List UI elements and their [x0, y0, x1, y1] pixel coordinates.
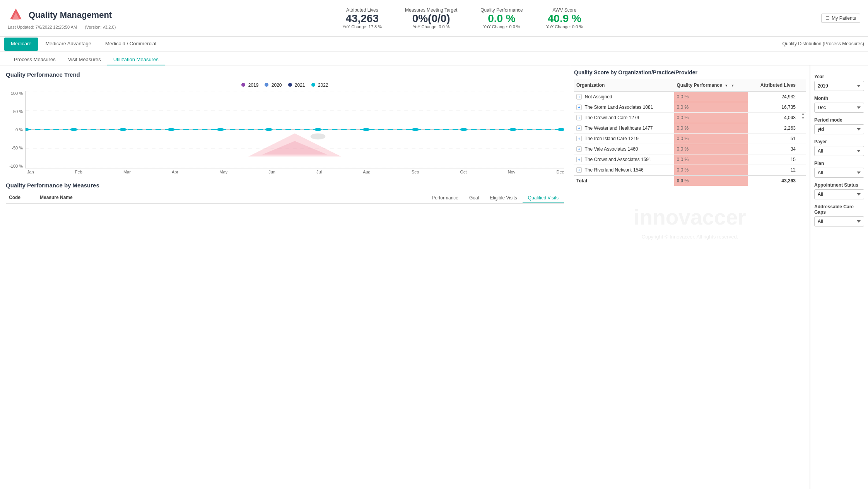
- expand-button[interactable]: +: [576, 136, 582, 141]
- inner-tab-performance[interactable]: Performance: [426, 193, 464, 203]
- svg-point-21: [311, 133, 325, 139]
- sidebar: Year 2019 Month Dec Period mode ytd Paye…: [810, 65, 868, 489]
- svg-point-18: [557, 128, 564, 131]
- chart-body: Jan Feb Mar Apr May Jun Jul Aug Sep Oct …: [25, 91, 564, 174]
- table-row: + The Riverland Network 1546 0.0 % 12: [574, 165, 806, 176]
- score-table-header: Organization Quality Performance ▼ Attri…: [574, 79, 806, 91]
- expand-button[interactable]: +: [576, 167, 582, 173]
- logo-area: Quality Management Last Updated: 7/6/202…: [8, 7, 116, 29]
- expand-button[interactable]: +: [576, 157, 582, 162]
- sub-tab-utilization-measures[interactable]: Utilization Measures: [107, 54, 165, 65]
- performance-cell: 0.0 %: [674, 102, 748, 113]
- addressable-care-gaps-select[interactable]: All: [814, 216, 864, 226]
- quality-dist-link[interactable]: Quality Distribution (Process Measures): [783, 41, 864, 46]
- trend-section: Quality Performance Trend 2019 2020 2021: [6, 71, 564, 174]
- org-cell: + The Westerland Healthcare 1477: [574, 123, 674, 134]
- stat-attributed-lives: Attributed Lives 43,263 YoY Change: 17.8…: [343, 7, 382, 29]
- expand-button[interactable]: +: [576, 94, 582, 100]
- col-code: Code: [6, 193, 37, 203]
- expand-button[interactable]: +: [576, 105, 582, 110]
- col-attributed-lives[interactable]: Attributed Lives: [748, 79, 798, 91]
- table-container: Organization Quality Performance ▼ Attri…: [574, 79, 806, 186]
- left-panel: Quality Performance Trend 2019 2020 2021: [0, 65, 570, 489]
- inner-tab-eligible[interactable]: Eligible Visits: [484, 193, 522, 203]
- copyright-text: Copyright © Innovaccer. All rights reser…: [642, 234, 738, 240]
- trend-chart-svg: [25, 91, 564, 168]
- version: (Version: v3.2.0): [85, 25, 116, 29]
- period-mode-select[interactable]: ytd: [814, 124, 864, 134]
- table-row: + Not Assigned 0.0 % 24,932: [574, 91, 806, 102]
- total-label: Total: [574, 175, 674, 186]
- app-header: Quality Management Last Updated: 7/6/202…: [0, 0, 868, 37]
- tab-medicare-advantage[interactable]: Medicare Advantage: [38, 38, 98, 51]
- my-patients-button[interactable]: ☐ My Patients: [821, 14, 860, 23]
- org-cell: + The Crownland Care 1279: [574, 113, 674, 123]
- org-cell: + Not Assigned: [574, 91, 674, 102]
- plan-label: Plan: [814, 161, 864, 166]
- performance-cell: 0.0 %: [674, 91, 748, 102]
- stat-measures-meeting-target: Measures Meeting Target 0%(0/0) YoY Chan…: [405, 7, 457, 29]
- measures-cols: Code Measure Name Performance Goal Eligi…: [6, 193, 564, 204]
- lives-cell: 51: [748, 134, 798, 144]
- tab-medicaid-commercial[interactable]: Medicaid / Commercial: [98, 38, 163, 51]
- trend-title: Quality Performance Trend: [6, 71, 564, 78]
- watermark-area: innovaccer Copyright © Innovaccer. All r…: [574, 186, 806, 264]
- svg-point-10: [167, 128, 175, 131]
- year-label: Year: [814, 74, 864, 79]
- appointment-status-select[interactable]: All: [814, 189, 864, 199]
- measures-title: Quality Performance by Measures: [6, 182, 564, 189]
- org-cell: + The Vale Associates 1460: [574, 144, 674, 154]
- y-axis-labels: 100 % 50 % 0 % -50 % -100 %: [6, 91, 25, 168]
- score-table: Organization Quality Performance ▼ Attri…: [574, 79, 806, 186]
- lives-cell: 15: [748, 154, 798, 165]
- year-select[interactable]: 2019: [814, 81, 864, 91]
- x-axis-labels: Jan Feb Mar Apr May Jun Jul Aug Sep Oct …: [25, 170, 564, 174]
- sub-tab-visit-measures[interactable]: Visit Measures: [62, 54, 107, 65]
- svg-point-7: [25, 128, 29, 131]
- table-row: + The Storm Land Associates 1081 0.0 % 1…: [574, 102, 806, 113]
- month-select[interactable]: Dec: [814, 103, 864, 113]
- expand-button[interactable]: +: [576, 146, 582, 152]
- svg-point-15: [412, 128, 419, 131]
- legend-2022: 2022: [311, 82, 328, 88]
- svg-point-14: [362, 128, 370, 131]
- table-row: + The Crownland Associates 1591 0.0 % 15: [574, 154, 806, 165]
- performance-cell: 0.0 %: [674, 144, 748, 154]
- inner-tab-qualified[interactable]: Qualified Visits: [523, 193, 564, 203]
- legend-2020: 2020: [265, 82, 282, 88]
- org-cell: + The Crownland Associates 1591: [574, 154, 674, 165]
- performance-cell: 0.0 %: [674, 134, 748, 144]
- app-logo: [8, 7, 24, 23]
- inner-tab-goal[interactable]: Goal: [464, 193, 484, 203]
- tab-medicare[interactable]: Medicare: [4, 38, 38, 51]
- payer-label: Payer: [814, 139, 864, 144]
- my-patients-area: ☐ My Patients: [821, 14, 860, 23]
- lives-cell: 12: [748, 165, 798, 176]
- col-quality-performance[interactable]: Quality Performance ▼: [674, 79, 748, 91]
- svg-point-17: [509, 128, 516, 131]
- svg-point-12: [265, 128, 272, 131]
- scroll-down-arrow[interactable]: ▼: [801, 116, 805, 120]
- app-title: Quality Management: [29, 10, 112, 20]
- nav-tabs: Medicare Medicare Advantage Medicaid / C…: [0, 37, 868, 51]
- watermark-text: innovaccer: [634, 205, 746, 230]
- total-row: Total 0.0 % 43,263: [574, 175, 806, 186]
- org-cell: + The Riverland Network 1546: [574, 165, 674, 176]
- chart-container: 100 % 50 % 0 % -50 % -100 %: [6, 91, 564, 174]
- svg-point-8: [70, 128, 77, 131]
- expand-button[interactable]: +: [576, 125, 582, 131]
- sub-tab-process-measures[interactable]: Process Measures: [8, 54, 62, 65]
- score-table-body: + Not Assigned 0.0 % 24,932 + The Storm …: [574, 91, 806, 186]
- payer-select[interactable]: All: [814, 146, 864, 156]
- performance-cell: 0.0 %: [674, 165, 748, 176]
- score-table-title: Quality Score by Organization/Practice/P…: [574, 69, 806, 75]
- chart-legend: 2019 2020 2021 2022: [6, 82, 564, 88]
- legend-2019: 2019: [241, 82, 258, 88]
- plan-select[interactable]: All: [814, 168, 864, 178]
- scroll-up-arrow[interactable]: ▲: [801, 112, 805, 116]
- table-row: + The Iron Island Care 1219 0.0 % 51: [574, 134, 806, 144]
- expand-button[interactable]: +: [576, 115, 582, 120]
- lives-cell: 4,043: [748, 113, 798, 123]
- org-cell: + The Iron Island Care 1219: [574, 134, 674, 144]
- performance-cell: 0.0 %: [674, 123, 748, 134]
